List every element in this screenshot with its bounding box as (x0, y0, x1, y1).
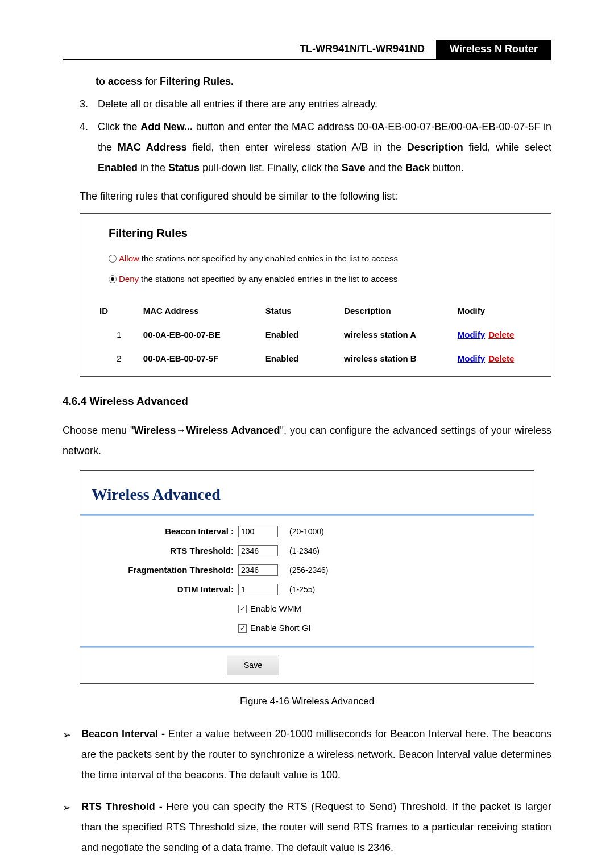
delete-link[interactable]: Delete (488, 354, 514, 363)
col-status: Status (263, 299, 342, 323)
radio-icon-selected (109, 275, 117, 283)
filtering-bold-1: to access (96, 76, 142, 87)
section-intro: Choose menu "Wireless→Wireless Advanced"… (63, 420, 551, 461)
beacon-range: (20-1000) (278, 524, 341, 539)
col-modify: Modify (455, 299, 534, 323)
shortgi-label: Enable Short GI (250, 620, 311, 637)
triangle-bullet-icon: ➢ (63, 796, 71, 858)
step-4-num: 4. (80, 117, 90, 178)
figure-caption: Figure 4-16 Wireless Advanced (63, 692, 551, 711)
rules-intro: The filtering rules that configured shou… (63, 186, 551, 206)
col-desc: Description (342, 299, 455, 323)
decorative-divider (80, 646, 534, 648)
table-row: 1 00-0A-EB-00-07-BE Enabled wireless sta… (97, 323, 534, 347)
deny-text: the stations not specified by any enable… (141, 271, 397, 288)
step-4-text: Click the Add New... button and enter th… (98, 117, 551, 178)
rts-label: RTS Threshold: (92, 542, 238, 559)
rules-table: ID MAC Address Status Description Modify… (97, 299, 534, 371)
section-heading: 4.6.4 Wireless Advanced (63, 391, 551, 412)
rts-range: (1-2346) (278, 543, 341, 559)
dtim-label: DTIM Interval: (92, 581, 238, 598)
allow-option[interactable]: Allow the stations not specified by any … (109, 250, 534, 267)
rules-title: Filtering Rules (109, 222, 534, 244)
beacon-input[interactable] (238, 526, 278, 537)
panel-title: Wireless Advanced (92, 479, 534, 510)
deny-option[interactable]: Deny the stations not specified by any e… (109, 271, 534, 288)
filtering-bold-2: Filtering Rules. (160, 76, 234, 87)
product-title: Wireless N Router (436, 40, 551, 59)
rts-bullet: RTS Threshold - Here you can specify the… (81, 796, 551, 858)
table-row: 2 00-0A-EB-00-07-5F Enabled wireless sta… (97, 347, 534, 371)
modify-link[interactable]: Modify (458, 354, 485, 363)
dtim-input[interactable] (238, 584, 278, 595)
allow-text: the stations not specified by any enable… (142, 250, 398, 267)
col-mac: MAC Address (141, 299, 263, 323)
enable-wmm-row[interactable]: ✓ Enable WMM (238, 600, 522, 617)
step-3-text: Delete all or disable all entries if the… (98, 94, 551, 114)
decorative-divider (80, 514, 534, 516)
page-header: TL-WR941N/TL-WR941ND Wireless N Router (63, 40, 551, 60)
checkbox-icon: ✓ (238, 605, 247, 613)
triangle-bullet-icon: ➢ (63, 724, 71, 785)
frag-label: Fragmentation Threshold: (92, 562, 238, 579)
frag-range: (256-2346) (278, 562, 341, 578)
document-body: to access for Filtering Rules. 3. Delete… (63, 71, 551, 858)
wireless-advanced-panel: Wireless Advanced Beacon Interval : (20-… (80, 470, 534, 684)
beacon-bullet: Beacon Interval - Enter a value between … (81, 724, 551, 785)
modify-link[interactable]: Modify (458, 330, 485, 339)
wmm-label: Enable WMM (250, 600, 301, 617)
model-number: TL-WR941N/TL-WR941ND (300, 40, 436, 59)
checkbox-icon: ✓ (238, 624, 247, 633)
dtim-range: (1-255) (278, 582, 341, 597)
delete-link[interactable]: Delete (488, 330, 514, 339)
enable-shortgi-row[interactable]: ✓ Enable Short GI (238, 620, 522, 637)
col-id: ID (97, 299, 141, 323)
save-button[interactable]: Save (227, 655, 279, 675)
filtering-rules-box: Filtering Rules Allow the stations not s… (80, 213, 551, 377)
beacon-label: Beacon Interval : (92, 523, 238, 540)
step-3-num: 3. (80, 94, 90, 114)
frag-input[interactable] (238, 564, 278, 576)
rts-input[interactable] (238, 545, 278, 556)
radio-icon (109, 255, 117, 263)
